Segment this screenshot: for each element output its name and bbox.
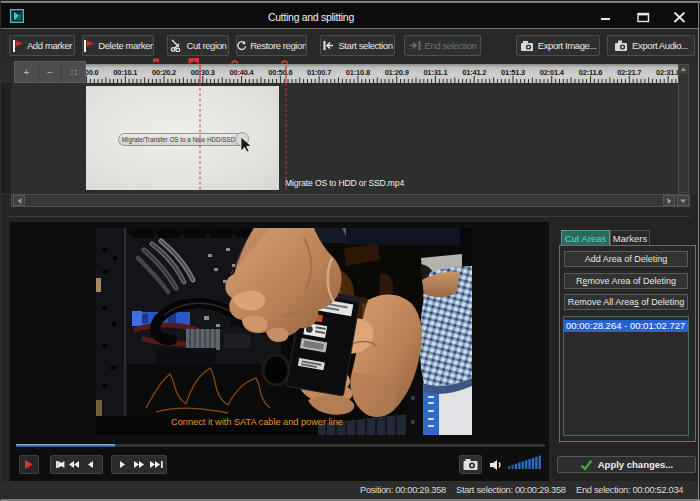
- svg-text:Connect it with SATA cable and: Connect it with SATA cable and power lin…: [171, 417, 343, 427]
